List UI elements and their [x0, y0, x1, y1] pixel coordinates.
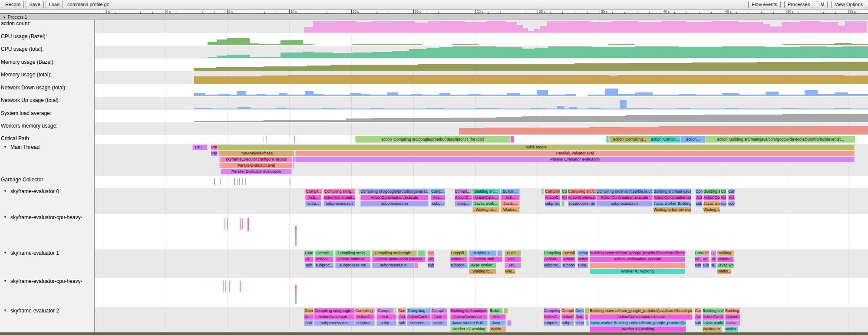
- track-label-skyframe-evaluator-2[interactable]: ▼skyframe-evaluator 2: [0, 308, 94, 315]
- trace-block[interactable]: Acti...: [489, 314, 506, 320]
- trace-block[interactable]: [561, 201, 564, 207]
- trace-block[interactable]: ActionConti...: [703, 195, 720, 200]
- track-label-skyframe-evaluator-1[interactable]: ▼skyframe-evaluator 1: [0, 250, 94, 257]
- trace-block[interactable]: su...: [711, 263, 716, 268]
- trace-block[interactable]: subp...: [376, 320, 396, 326]
- trace-block[interactable]: subprocess.run: [360, 201, 429, 207]
- event-tick[interactable]: [240, 281, 241, 292]
- event-tick[interactable]: [242, 218, 243, 230]
- trace-block[interactable]: [294, 136, 295, 143]
- event-tick[interactable]: [227, 218, 228, 230]
- trace-block[interactable]: Comp...: [431, 189, 445, 194]
- m-button[interactable]: M: [817, 1, 828, 8]
- trace-block[interactable]: ActionC...: [544, 314, 560, 320]
- trace-block[interactable]: ActionConti...: [469, 256, 502, 262]
- trace-block[interactable]: Javac worker Building external/com_googl…: [590, 320, 686, 326]
- trace-block[interactable]: Compil...: [315, 250, 333, 256]
- trace-block[interactable]: Com: [398, 308, 406, 314]
- trace-block[interactable]: Javac worker...: [703, 320, 724, 326]
- trace-block[interactable]: Compil...: [455, 189, 470, 194]
- trace-block[interactable]: Compiling...: [355, 308, 375, 314]
- trace-block[interactable]: [507, 320, 512, 326]
- trace-block[interactable]: [263, 136, 264, 143]
- trace-block[interactable]: [293, 163, 294, 168]
- trace-block[interactable]: subp...: [431, 320, 447, 326]
- trace-block[interactable]: [266, 136, 267, 143]
- trace-block[interactable]: [504, 308, 508, 314]
- trace-block[interactable]: Java...: [489, 320, 506, 326]
- trace-block[interactable]: Building external/com_google_protobuf/ja…: [590, 250, 685, 256]
- event-tick[interactable]: [237, 178, 238, 185]
- trace-block[interactable]: subproc...: [544, 263, 561, 268]
- trace-block[interactable]: ActionC...: [315, 256, 333, 262]
- trace-block[interactable]: action 'Compili...: [650, 136, 680, 143]
- trace-block[interactable]: ActionC...: [562, 256, 575, 262]
- trace-block[interactable]: Co: [428, 250, 434, 256]
- trace-block[interactable]: [418, 250, 426, 256]
- trace-block[interactable]: Javac work...: [472, 201, 499, 207]
- trace-block[interactable]: Waiting to...: [472, 207, 499, 213]
- trace-block[interactable]: Compili...: [450, 250, 468, 256]
- trace-block[interactable]: subproc...: [544, 320, 560, 326]
- trace-block[interactable]: Building src/main/java/com/go...: [653, 189, 691, 194]
- trace-block[interactable]: sub: [696, 201, 703, 207]
- event-tick[interactable]: [248, 218, 249, 231]
- trace-block[interactable]: Javac worker Buil...: [450, 320, 488, 326]
- trace-block[interactable]: action 'Building src/main/java/com/googl…: [706, 136, 855, 143]
- trace-block[interactable]: Building...: [717, 250, 734, 256]
- trace-block[interactable]: subproc...: [450, 263, 468, 268]
- trace-block[interactable]: subp...: [561, 320, 574, 326]
- trace-block[interactable]: Building src/main/jav...: [450, 308, 488, 314]
- trace-block[interactable]: ActionC...: [545, 195, 560, 200]
- trace-block[interactable]: ActionContinuati...: [568, 195, 596, 200]
- trace-block[interactable]: Act: [728, 195, 735, 200]
- trace-block[interactable]: [585, 308, 590, 314]
- trace-block[interactable]: Ac...: [703, 256, 709, 262]
- trace-block[interactable]: Worker #3 working: [590, 326, 686, 332]
- save-button[interactable]: Save: [26, 1, 43, 8]
- trace-block[interactable]: Building src/ma...: [703, 308, 724, 314]
- trace-block[interactable]: Com: [703, 250, 709, 256]
- trace-block[interactable]: Worker #7 working: [450, 326, 488, 332]
- trace-block[interactable]: ActionC...: [725, 314, 740, 320]
- trace-block[interactable]: Acti...: [431, 195, 445, 200]
- trace-block[interactable]: ActionC...: [561, 314, 574, 320]
- trace-block[interactable]: Act: [561, 195, 568, 200]
- event-tick[interactable]: [225, 281, 226, 292]
- trace-block[interactable]: subp...: [431, 201, 445, 207]
- event-tick[interactable]: [290, 178, 290, 185]
- trace-block[interactable]: Com: [695, 250, 703, 256]
- trace-block[interactable]: Waitin...: [717, 269, 731, 274]
- trace-block[interactable]: [497, 250, 502, 256]
- event-tick[interactable]: [214, 178, 215, 185]
- event-tick[interactable]: [229, 281, 230, 292]
- trace-block[interactable]: Javac worker...: [469, 263, 496, 268]
- trace-block[interactable]: Compiling...: [544, 308, 560, 314]
- trace-block[interactable]: [415, 263, 418, 268]
- trace-block[interactable]: Waitin...: [725, 326, 738, 332]
- trace-block[interactable]: Compiling src/g...: [323, 189, 355, 194]
- record-button[interactable]: Record: [2, 1, 24, 8]
- trace-block[interactable]: Compiling src/google/protobuf/generat...: [360, 189, 429, 194]
- trace-block[interactable]: [304, 189, 305, 194]
- trace-block[interactable]: ActionContinuati...: [335, 256, 370, 262]
- trace-block[interactable]: ActionContinuation.execute: [590, 314, 693, 320]
- trace-block[interactable]: subprocess.run: [372, 263, 415, 268]
- trace-block[interactable]: action...: [680, 136, 706, 143]
- trace-block[interactable]: Building src...: [472, 189, 500, 194]
- load-button[interactable]: Load: [46, 1, 63, 8]
- trace-block[interactable]: Wai...: [505, 269, 515, 274]
- trace-block[interactable]: Ac...: [305, 256, 314, 262]
- trace-block[interactable]: runAnalysisPhase: [220, 151, 294, 156]
- trace-block[interactable]: Ac...: [711, 256, 716, 262]
- trace-block[interactable]: Buildi...: [489, 308, 503, 314]
- event-tick[interactable]: [220, 178, 221, 185]
- trace-block[interactable]: Compiling ...: [407, 308, 431, 314]
- event-tick[interactable]: [223, 281, 224, 292]
- trace-block[interactable]: Co: [561, 189, 568, 194]
- trace-block[interactable]: Buildin...: [501, 189, 520, 194]
- trace-block[interactable]: Compil...: [561, 308, 574, 314]
- trace-block[interactable]: ParallelEvaluator.eval: [295, 151, 855, 156]
- trace-block[interactable]: subproc...: [315, 263, 333, 268]
- trace-block[interactable]: subprocess.run: [596, 201, 653, 207]
